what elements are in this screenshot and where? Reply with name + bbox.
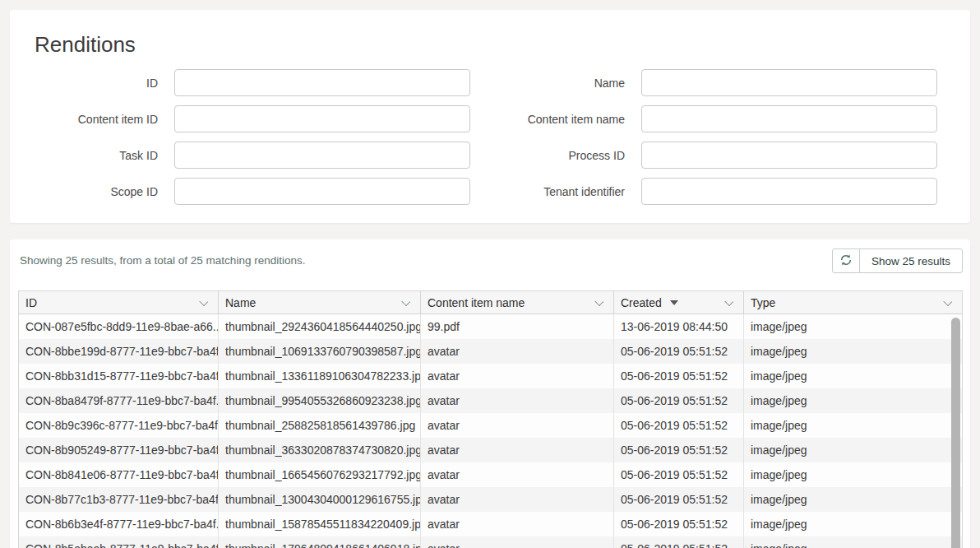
cell-type: image/jpeg [744, 314, 962, 339]
cell-content-item-name: avatar [421, 462, 614, 487]
cell-type: image/jpeg [744, 512, 962, 536]
cell-type: image/jpeg [744, 388, 962, 413]
show-results-button[interactable]: Show 25 results [859, 248, 963, 273]
cell-id: CON-8b9c396c-8777-11e9-bbc7-ba4f... [19, 413, 219, 438]
cell-created: 05-06-2019 05:51:52 [614, 388, 744, 413]
page: Renditions ID Name Content item ID Conte… [0, 0, 980, 548]
cell-type: image/jpeg [744, 487, 962, 512]
cell-name: thumbnail_258825818561439786.jpg [219, 413, 421, 438]
cell-content-item-name: avatar [421, 536, 614, 548]
cell-content-item-name: avatar [421, 388, 614, 413]
cell-created: 05-06-2019 05:51:52 [614, 438, 744, 462]
cell-content-item-name: avatar [421, 438, 614, 462]
renditions-table: ID Name Content item name Created [18, 290, 963, 548]
cell-id: CON-8b905249-8777-11e9-bbc7-ba4f... [19, 438, 219, 462]
cell-created: 05-06-2019 05:51:52 [614, 462, 744, 487]
cell-id: CON-8bb31d15-8777-11e9-bbc7-ba4f... [19, 364, 219, 388]
table-row[interactable]: CON-8b5ebaeb-8777-11e9-bbc7-ba4f... thum… [19, 536, 962, 548]
table-row[interactable]: CON-8bb31d15-8777-11e9-bbc7-ba4f... thum… [19, 364, 962, 388]
cell-name: thumbnail_1665456076293217792.jpg [219, 462, 421, 487]
table-row[interactable]: CON-8b77c1b3-8777-11e9-bbc7-ba4f... thum… [19, 487, 962, 512]
cell-name: thumbnail_3633020878374730820.jpg [219, 438, 421, 462]
filter-field-process-id: Process ID [492, 142, 937, 169]
cell-created: 05-06-2019 05:51:52 [614, 339, 744, 364]
filter-label-scope-id: Scope ID [25, 185, 174, 198]
column-header-id[interactable]: ID [19, 291, 219, 313]
cell-type: image/jpeg [744, 364, 962, 388]
cell-id: CON-8b5ebaeb-8777-11e9-bbc7-ba4f... [19, 536, 219, 548]
cell-type: image/jpeg [744, 438, 962, 462]
filter-label-tenant-identifier: Tenant identifier [492, 185, 641, 198]
filter-form: ID Name Content item ID Content item nam… [25, 69, 937, 205]
chevron-down-icon[interactable] [594, 297, 603, 306]
table-row[interactable]: CON-8b841e06-8777-11e9-bbc7-ba4f... thum… [19, 462, 962, 487]
cell-name: thumbnail_17964809418661406918.jpg [219, 536, 421, 548]
filter-input-content-item-id[interactable] [174, 105, 470, 132]
table-row[interactable]: CON-8b9c396c-8777-11e9-bbc7-ba4f... thum… [19, 413, 962, 438]
cell-id: CON-087e5fbc-8dd9-11e9-8bae-a66... [19, 314, 219, 339]
cell-content-item-name: avatar [421, 364, 614, 388]
table-body: CON-087e5fbc-8dd9-11e9-8bae-a66... thumb… [19, 314, 962, 548]
filter-label-name: Name [492, 77, 641, 90]
column-header-content-item-name[interactable]: Content item name [421, 291, 614, 313]
cell-name: thumbnail_2924360418564440250.jpg [219, 314, 421, 339]
chevron-down-icon[interactable] [401, 297, 410, 306]
cell-name: thumbnail_13361189106304782233.jpg [219, 364, 421, 388]
filter-input-content-item-name[interactable] [641, 105, 937, 132]
filter-label-task-id: Task ID [25, 149, 174, 162]
column-header-created[interactable]: Created [614, 291, 744, 313]
cell-created: 13-06-2019 08:44:50 [614, 314, 744, 339]
filter-label-process-id: Process ID [492, 149, 641, 162]
cell-content-item-name: avatar [421, 413, 614, 438]
results-header: Showing 25 results, from a total of 25 m… [18, 248, 963, 273]
cell-type: image/jpeg [744, 413, 962, 438]
cell-type: image/jpeg [744, 462, 962, 487]
page-title: Renditions [25, 31, 937, 58]
table-row[interactable]: CON-8b6b3e4f-8777-11e9-bbc7-ba4f... thum… [19, 512, 962, 536]
results-summary: Showing 25 results, from a total of 25 m… [20, 248, 305, 267]
table-header-row: ID Name Content item name Created [19, 291, 962, 314]
cell-created: 05-06-2019 05:51:52 [614, 536, 744, 548]
filter-label-id: ID [25, 77, 174, 90]
cell-created: 05-06-2019 05:51:52 [614, 487, 744, 512]
scrollbar-thumb[interactable] [951, 318, 960, 548]
filter-field-id: ID [25, 69, 470, 96]
filter-input-name[interactable] [641, 69, 937, 96]
results-panel: Showing 25 results, from a total of 25 m… [10, 239, 970, 548]
cell-name: thumbnail_9954055326860923238.jpg [219, 388, 421, 413]
filter-input-task-id[interactable] [174, 142, 470, 169]
cell-id: CON-8b77c1b3-8777-11e9-bbc7-ba4f... [19, 487, 219, 512]
refresh-button[interactable] [832, 248, 860, 273]
filter-label-content-item-name: Content item name [492, 113, 641, 126]
table-row[interactable]: CON-8bbe199d-8777-11e9-bbc7-ba4f... thum… [19, 339, 962, 364]
cell-name: thumbnail_15878545511834220409.jpg [219, 512, 421, 536]
cell-content-item-name: 99.pdf [421, 314, 614, 339]
column-header-name[interactable]: Name [219, 291, 421, 313]
cell-id: CON-8b841e06-8777-11e9-bbc7-ba4f... [19, 462, 219, 487]
chevron-down-icon[interactable] [724, 297, 733, 306]
sort-descending-icon [670, 300, 678, 305]
filter-field-task-id: Task ID [25, 142, 470, 169]
chevron-down-icon[interactable] [943, 297, 952, 306]
table-row[interactable]: CON-087e5fbc-8dd9-11e9-8bae-a66... thumb… [19, 314, 962, 339]
filter-field-tenant-identifier: Tenant identifier [492, 178, 937, 205]
cell-content-item-name: avatar [421, 487, 614, 512]
cell-id: CON-8b6b3e4f-8777-11e9-bbc7-ba4f... [19, 512, 219, 536]
chevron-down-icon[interactable] [199, 297, 208, 306]
cell-content-item-name: avatar [421, 512, 614, 536]
table-row[interactable]: CON-8b905249-8777-11e9-bbc7-ba4f... thum… [19, 438, 962, 462]
cell-id: CON-8bbe199d-8777-11e9-bbc7-ba4f... [19, 339, 219, 364]
filter-input-scope-id[interactable] [174, 178, 470, 205]
filters-panel: Renditions ID Name Content item ID Conte… [10, 10, 970, 223]
table-row[interactable]: CON-8ba8479f-8777-11e9-bbc7-ba4f... thum… [19, 388, 962, 413]
column-header-type[interactable]: Type [744, 291, 962, 313]
table-scrollbar[interactable] [950, 314, 961, 548]
filter-input-id[interactable] [174, 69, 470, 96]
cell-type: image/jpeg [744, 536, 962, 548]
cell-name: thumbnail_1069133760790398587.jpg [219, 339, 421, 364]
filter-input-tenant-identifier[interactable] [641, 178, 937, 205]
cell-created: 05-06-2019 05:51:52 [614, 512, 744, 536]
cell-created: 05-06-2019 05:51:52 [614, 413, 744, 438]
filter-input-process-id[interactable] [641, 142, 937, 169]
filter-label-content-item-id: Content item ID [25, 113, 174, 126]
